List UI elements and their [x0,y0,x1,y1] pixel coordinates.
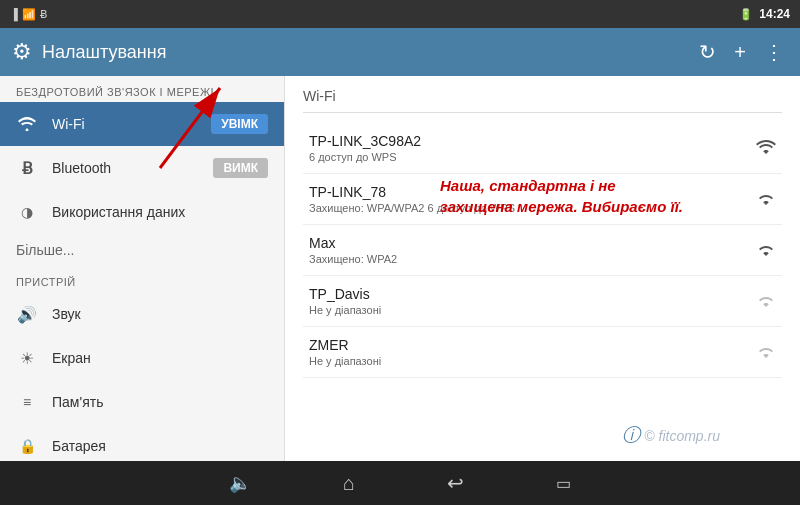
signal-icon-3 [756,240,776,260]
data-icon: ◑ [16,201,38,223]
memory-label: Пам'ять [52,394,268,410]
battery-icon: 🔋 [739,8,753,21]
network-status-4: Не у діапазоні [309,304,746,316]
recent-apps-icon[interactable]: ▭ [550,468,577,499]
data-label: Використання даних [52,204,268,220]
refresh-icon[interactable]: ↻ [695,36,720,68]
wifi-network-3[interactable]: Max Захищено: WPA2 [303,225,782,276]
bluetooth-label: Bluetooth [52,160,199,176]
wifi-status-icon: 📶 [22,8,36,21]
screen-label: Екран [52,350,268,366]
wifi-network-5[interactable]: ZMER Не у діапазоні [303,327,782,378]
wifi-label: Wi-Fi [52,116,197,132]
battery-label: Батарея [52,438,268,454]
top-bar-title: Налаштування [42,42,685,63]
home-icon[interactable]: ⌂ [337,466,361,501]
speaker-icon[interactable]: 🔈 [223,466,257,500]
settings-gear-icon: ⚙ [12,39,32,65]
network-info-2: TP-LINK_78 Захищено: WPA/WPA2 6 доступ д… [309,184,746,214]
wifi-network-1[interactable]: TP-LINK_3C98A2 6 доступ до WPS [303,123,782,174]
left-panel: БЕЗДРОТОВИЙ ЗВ'ЯЗОК І МЕРЕЖІ Wi-Fi УВІМК… [0,76,285,461]
network-name-4: TP_Davis [309,286,746,302]
battery-menu-icon: 🔒 [16,435,38,457]
top-bar: ⚙ Налаштування ↻ + ⋮ [0,28,800,76]
wifi-network-4[interactable]: TP_Davis Не у діапазоні [303,276,782,327]
bt-status-icon: Ƀ [40,8,48,21]
status-icons: ▐ 📶 Ƀ [10,8,48,21]
sidebar-item-bluetooth[interactable]: Ƀ Bluetooth ВИМК [0,146,284,190]
main-layout: БЕЗДРОТОВИЙ ЗВ'ЯЗОК І МЕРЕЖІ Wi-Fi УВІМК… [0,76,800,461]
sidebar-item-more[interactable]: Більше... [0,234,284,266]
wifi-panel-title: Wi-Fi [303,88,782,113]
more-icon[interactable]: ⋮ [760,36,788,68]
network-name-2: TP-LINK_78 [309,184,746,200]
sidebar-item-screen[interactable]: ☀ Екран [0,336,284,380]
sound-label: Звук [52,306,268,322]
network-info-4: TP_Davis Не у діапазоні [309,286,746,316]
devices-section-header: ПРИСТРІЙ [0,266,284,292]
signal-icon-5 [756,342,776,362]
status-bar: ▐ 📶 Ƀ 🔋 14:24 [0,0,800,28]
back-icon[interactable]: ↩ [441,465,470,501]
network-status-2: Захищено: WPA/WPA2 6 доступ до WPS [309,202,746,214]
network-name-5: ZMER [309,337,746,353]
memory-icon: ≡ [16,391,38,413]
screen-icon: ☀ [16,347,38,369]
bluetooth-icon: Ƀ [16,157,38,179]
sidebar-item-memory[interactable]: ≡ Пам'ять [0,380,284,424]
sidebar-item-wifi[interactable]: Wi-Fi УВІМК [0,102,284,146]
network-name-1: TP-LINK_3C98A2 [309,133,746,149]
network-status-5: Не у діапазоні [309,355,746,367]
bluetooth-toggle-button[interactable]: ВИМК [213,158,268,178]
more-label: Більше... [16,242,74,258]
bottom-bar: 🔈 ⌂ ↩ ▭ [0,461,800,505]
network-info-1: TP-LINK_3C98A2 6 доступ до WPS [309,133,746,163]
wifi-icon [16,113,38,135]
sound-icon: 🔊 [16,303,38,325]
network-info-3: Max Захищено: WPA2 [309,235,746,265]
signal-icon-4 [756,291,776,311]
signal-icon-1 [756,138,776,158]
status-time: 14:24 [759,7,790,21]
sidebar-item-data[interactable]: ◑ Використання даних [0,190,284,234]
signal-icon: ▐ [10,8,18,20]
sidebar-item-sound[interactable]: 🔊 Звук [0,292,284,336]
add-icon[interactable]: + [730,37,750,68]
network-name-3: Max [309,235,746,251]
wireless-section-header: БЕЗДРОТОВИЙ ЗВ'ЯЗОК І МЕРЕЖІ [0,76,284,102]
wifi-toggle-button[interactable]: УВІМК [211,114,268,134]
wifi-network-2[interactable]: TP-LINK_78 Захищено: WPA/WPA2 6 доступ д… [303,174,782,225]
network-status-1: 6 доступ до WPS [309,151,746,163]
network-info-5: ZMER Не у діапазоні [309,337,746,367]
network-status-3: Захищено: WPA2 [309,253,746,265]
signal-icon-2 [756,189,776,209]
sidebar-item-battery[interactable]: 🔒 Батарея [0,424,284,461]
right-panel: Wi-Fi TP-LINK_3C98A2 6 доступ до WPS TP-… [285,76,800,461]
